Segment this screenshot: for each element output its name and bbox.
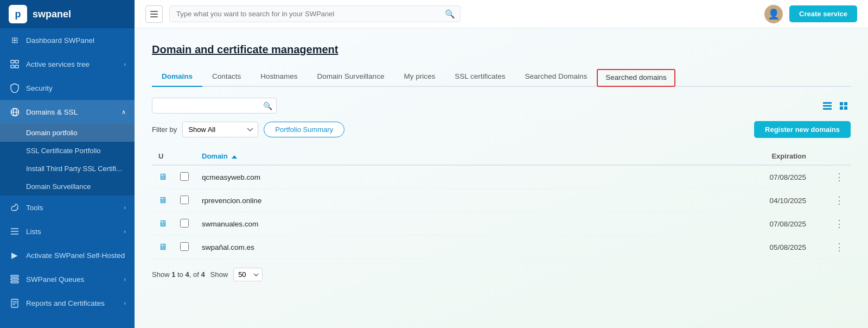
sidebar-item-label: Security [26,84,53,92]
svg-rect-21 [823,105,832,106]
chevron-right-icon: › [124,300,126,306]
register-new-domains-button[interactable]: Register new domains [754,121,851,138]
sidebar-item-queues[interactable]: SWPanel Queues › [0,267,135,291]
global-search-bar: 🔍 [169,5,461,22]
sidebar-item-security[interactable]: Security [0,76,135,100]
tab-searched-domains-2[interactable]: Searched domains [597,69,675,87]
sidebar-item-label: Tools [26,204,43,212]
sidebar-item-tools[interactable]: Tools › [0,195,135,219]
avatar[interactable]: 👤 [764,5,783,23]
pagination-bar: Show 1 to 4, of 4 Show 10 25 50 100 [152,268,851,281]
filter-row: Filter by Show All Active Expired Suspen… [152,121,851,138]
col-header-domain[interactable]: Domain [195,148,530,165]
sidebar-item-label: SWPanel Queues [26,275,84,283]
row-select-checkbox[interactable] [180,172,189,181]
sidebar-item-label: Reports and Certificates [26,299,105,307]
col-header-u: U [152,148,174,165]
sidebar-item-dashboard[interactable]: ⊞ Dashboard SWPanel [0,28,135,52]
row-icon-cell: 🖥 [152,165,174,189]
domain-type-icon: 🖥 [158,242,167,251]
tab-contacts[interactable]: Contacts [202,68,251,87]
svg-rect-2 [11,65,14,68]
sidebar-sub-item-domain-portfolio[interactable]: Domain portfolio [0,124,135,142]
svg-rect-26 [844,106,847,110]
filter-by-label: Filter by [152,125,177,134]
submenu-label: Domain portfolio [26,129,78,137]
expiration-cell: 07/08/2025 [530,165,828,189]
sidebar-sub-item-install-ssl[interactable]: Install Third Party SSL Certifi... [0,160,135,178]
svg-rect-3 [15,65,18,68]
topbar: 🔍 👤 Create service [135,0,868,28]
search-icon: 🔍 [445,9,455,19]
globe-icon [9,106,21,118]
col-header-expiration: Expiration [530,148,828,165]
row-icon-cell: 🖥 [152,236,174,259]
domain-filter-input[interactable] [152,98,277,113]
per-page-select[interactable]: 10 25 50 100 [233,268,263,281]
svg-rect-19 [150,16,158,17]
tab-ssl-certificates[interactable]: SSL certificates [445,68,515,87]
sidebar-item-reports[interactable]: Reports and Certificates › [0,291,135,315]
portfolio-summary-button[interactable]: Portfolio Summary [264,122,344,137]
svg-rect-18 [150,14,158,15]
reports-icon [9,297,21,309]
activate-icon: ▶ [9,249,21,261]
grid-icon: ⊞ [9,34,21,46]
chevron-right-icon: › [124,204,126,211]
domain-name-cell: rprevencion.online [195,189,530,212]
sidebar-item-label: Active services tree [26,60,90,68]
sidebar-item-activate[interactable]: ▶ Activate SWPanel Self-Hosted [0,243,135,267]
sidebar-item-label: Lists [26,228,41,236]
sidebar-item-label: Activate SWPanel Self-Hosted [26,251,125,260]
row-menu-cell[interactable]: ⋮ [828,236,851,259]
main-content: Domain and certificate management Domain… [135,28,868,328]
sidebar-sub-item-surveillance[interactable]: Domain Surveillance [0,178,135,195]
svg-rect-12 [11,281,18,283]
list-view-icon[interactable] [820,99,834,113]
create-service-button[interactable]: Create service [789,5,857,22]
pagination-info: Show 1 to 4, of 4 [152,270,205,279]
row-menu-cell[interactable]: ⋮ [828,212,851,236]
domain-type-icon: 🖥 [158,219,167,228]
tab-domains[interactable]: Domains [152,68,202,87]
svg-rect-10 [11,275,18,277]
domain-name-cell: swpañal.com.es [195,236,530,259]
sidebar: p swpanel ⊞ Dashboard SWPanel Active ser… [0,0,135,328]
queues-icon [9,273,21,285]
table-row: 🖥 rprevencion.online 04/10/2025 ⋮ [152,189,851,212]
table-row: 🖥 qcmeasyweb.com 07/08/2025 ⋮ [152,165,851,189]
svg-rect-0 [11,60,14,63]
col-header-actions [828,148,851,165]
collapse-sidebar-button[interactable] [145,5,163,23]
sidebar-item-active-services[interactable]: Active services tree › [0,52,135,76]
svg-rect-23 [840,102,843,105]
grid-view-icon[interactable] [837,99,851,113]
row-select-checkbox[interactable] [180,195,189,204]
domain-name-cell: swmanuales.com [195,212,530,236]
tab-my-prices[interactable]: My prices [394,68,445,87]
sidebar-item-lists[interactable]: Lists › [0,219,135,243]
tab-searched-domains[interactable]: Searched Domains [515,68,597,87]
row-select-checkbox[interactable] [180,219,189,228]
expiration-cell: 04/10/2025 [530,189,828,212]
page-title: Domain and certificate management [152,43,851,56]
row-menu-cell[interactable]: ⋮ [828,165,851,189]
row-checkbox-cell [174,165,195,189]
row-select-checkbox[interactable] [180,242,189,251]
chevron-right-icon: › [124,228,126,235]
sidebar-sub-item-ssl-portfolio[interactable]: SSL Certificate Portfolio [0,142,135,160]
tab-domain-surveillance[interactable]: Domain Surveillance [308,68,394,87]
sidebar-item-domains-ssl[interactable]: Domains & SSL ∧ [0,100,135,124]
sort-asc-icon [232,155,237,159]
shield-icon [9,82,21,94]
filter-select[interactable]: Show All Active Expired Suspended [182,122,258,137]
row-menu-cell[interactable]: ⋮ [828,189,851,212]
row-checkbox-cell [174,189,195,212]
chevron-down-icon: ∧ [122,109,126,116]
list-icon [9,225,21,237]
row-icon-cell: 🖥 [152,189,174,212]
table-body: 🖥 qcmeasyweb.com 07/08/2025 ⋮ 🖥 rprevenc… [152,165,851,259]
pagination-show-label: Show [210,270,228,279]
search-input[interactable] [169,5,461,22]
tab-hostnames[interactable]: Hostnames [251,68,307,87]
